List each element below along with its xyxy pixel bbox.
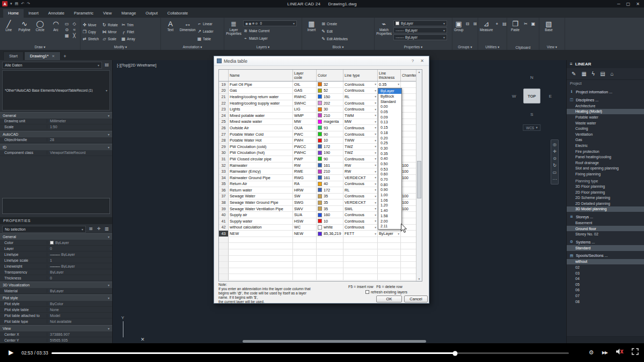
tree-item-cooling[interactable]: Cooling (567, 125, 644, 131)
tree-item-06[interactable]: 06 (567, 287, 644, 293)
line-button[interactable]: ╱Line (2, 19, 16, 43)
edit-attributes-button[interactable]: ✎Edit Attributes (321, 35, 348, 42)
tree-item-roof-drainage[interactable]: Roof drainage (567, 160, 644, 166)
bolt-icon[interactable]: ϟ (592, 71, 595, 77)
property-row-scale[interactable]: Scale1:50 (0, 124, 112, 130)
ribbon-tab-view[interactable]: View (98, 9, 116, 18)
play-button[interactable]: ▶ (9, 349, 13, 356)
arc-button[interactable]: ◠Arc (49, 19, 63, 43)
toggle-pickadd-icon[interactable]: ⊞ (87, 226, 94, 231)
tree-item-potable-water[interactable]: Potable water (567, 114, 644, 120)
property-row-objecthandle[interactable]: ObjectHandle28 (0, 137, 112, 143)
section-disciplines[interactable]: ◫Disciplines ... (567, 97, 644, 103)
tree-item-ventilation[interactable]: Ventilation (567, 131, 644, 137)
ribbon-tab-parametric[interactable]: Parametric (69, 9, 98, 18)
tree-item-ground-floor[interactable]: Ground floor (567, 226, 644, 232)
thickness-option-1-40[interactable]: 1.40 (378, 208, 401, 213)
zoom-icon[interactable]: ⊙ (553, 156, 557, 161)
tree-item-03[interactable]: 03 (567, 270, 644, 276)
mirror-button[interactable]: ⋈Mirror (102, 28, 118, 35)
thickness-option-0-05[interactable]: 0.05 (378, 109, 401, 115)
base-button[interactable]: ▧Base (541, 19, 557, 43)
layer-properties-button[interactable]: ≣LayerProperties (226, 19, 241, 43)
property-row-center-y[interactable]: Center Y59565.935 (0, 337, 112, 343)
tool-icon-3[interactable]: ≈ (72, 27, 77, 32)
edit-icon[interactable]: ✎ (572, 71, 576, 77)
select-objects-icon[interactable]: ✛ (96, 226, 102, 231)
table-row-43[interactable]: 43NEWNEW85,36,219FETT▾ByLayer▾ (219, 231, 422, 237)
tree-item-2d-detailed-planning[interactable]: 2D Detailed planning (567, 201, 644, 206)
thickness-option-0-09[interactable]: 0.09 (378, 114, 401, 120)
insert-button[interactable]: ▦Insert (304, 19, 319, 43)
polyline-button[interactable]: ∿Polyline (17, 19, 31, 43)
document-tab-drawing1[interactable]: Drawing1*✕ (24, 51, 61, 60)
cancel-button[interactable]: Cancel (404, 295, 428, 302)
ribbon-tab-insert[interactable]: Insert (24, 9, 43, 18)
linear-button[interactable]: ⌐Linear (197, 20, 214, 27)
panel-caption-view[interactable]: View ▾ (539, 45, 565, 49)
section-storeys[interactable]: ≣Storeys ... (567, 213, 644, 220)
tree-item-2d-floor-planning[interactable]: 2D Floor planning (567, 189, 644, 195)
panel-caption-clipboard[interactable]: Clipboard (507, 46, 539, 49)
thickness-option-1-00[interactable]: 1.00 (378, 193, 401, 198)
table-scrollbar[interactable]: ▲ ▼ (416, 70, 422, 281)
wcs-menu[interactable]: WCS ▾ (523, 124, 540, 131)
tree-item-05[interactable]: 05 (567, 282, 644, 287)
tree-item-04[interactable]: 04 (567, 276, 644, 282)
tool-icon-0[interactable]: ⊟ (465, 21, 470, 26)
property-row-plot-table-attached-to[interactable]: Plot table attached toModel (0, 313, 112, 319)
viewcube-west[interactable]: W (512, 94, 516, 99)
ribbon-tab-output[interactable]: Output (141, 9, 163, 18)
layer-select[interactable]: ◉◉❄⊘0▾ (243, 20, 297, 26)
create-button[interactable]: ⊞Create (321, 20, 348, 27)
property-row-lineweight[interactable]: Lineweight———ByLayer (0, 263, 112, 269)
panel-caption-layers[interactable]: Layers ▾ (224, 45, 302, 49)
thickness-option-2-00[interactable]: 2.00 (378, 218, 401, 224)
playback-speed-icon[interactable]: ▶▶ (602, 350, 608, 355)
hamburger-menu-icon[interactable]: ≡ (570, 62, 573, 67)
tree-item-waste-water[interactable]: Waste water (567, 120, 644, 126)
viewcube-south[interactable]: S (530, 112, 533, 117)
close-button[interactable]: ✕ (636, 2, 640, 6)
section-systems[interactable]: ⚙Systems ... (567, 239, 644, 245)
redo-icon[interactable]: ↷ (27, 2, 30, 6)
thickness-option-0-60[interactable]: 0.60 (378, 172, 401, 177)
selection-select[interactable]: No selection ▾ (2, 226, 86, 233)
thickness-option-0-25[interactable]: 0.25 (378, 141, 401, 146)
tree-item-2d-scheme-planning[interactable]: 2D Scheme planning (567, 195, 644, 201)
section-spools-sections[interactable]: ▤Spools/Sections ... (567, 253, 644, 259)
table-row-19[interactable]: 19Fuel Oil PipeOIL32Continuous▾0.35▾ (219, 82, 422, 88)
property-row-center-x[interactable]: Center X373886.907 (0, 331, 112, 337)
tool-icon-1[interactable]: ▣ (531, 21, 536, 26)
stretch-button[interactable]: ⇄Stretch (82, 35, 99, 42)
tree-item-08[interactable]: 08 (567, 299, 644, 305)
fillet-button[interactable]: ╭Fillet (121, 28, 135, 35)
panel-caption-utilities[interactable]: Utilities ▾ (478, 45, 507, 49)
move-button[interactable]: ✜Move (82, 21, 99, 28)
grid-icon[interactable]: ▦ (581, 71, 586, 77)
panel-caption-block[interactable]: Block ▾ (302, 45, 374, 49)
property-row-color[interactable]: ColorByLayer (0, 240, 112, 246)
tree-item-basement[interactable]: Basement (567, 220, 644, 226)
dialog-help-button[interactable]: ? (409, 58, 416, 63)
navigation-wheel-icon[interactable]: ◎ (553, 142, 557, 147)
property-row-drawing-unit[interactable]: Drawing unitMillimeter (0, 119, 112, 124)
thickness-option-0-18[interactable]: 0.18 (378, 130, 401, 136)
tool-icon-2[interactable]: ⊙ (64, 27, 69, 32)
measure-button[interactable]: ⊿Measure (480, 19, 493, 43)
minimize-button[interactable]: ─ (617, 2, 620, 6)
panel-caption-groups[interactable]: Groups ▾ (452, 45, 478, 49)
tree-item-without[interactable]: without (567, 259, 644, 265)
progress-handle[interactable] (452, 351, 457, 356)
save-icon[interactable]: ▤ (15, 2, 19, 6)
undo-icon[interactable]: ↶ (21, 2, 24, 6)
dialog-titlebar[interactable]: Media table ? ✕ (214, 56, 429, 66)
showmotion-icon[interactable]: ▭ (553, 170, 557, 175)
new-tab-button[interactable]: + (61, 53, 69, 60)
circle-button[interactable]: ◯Circle (33, 19, 47, 43)
tool-icon-0[interactable]: ▭ (64, 21, 69, 26)
tool-icon-1[interactable]: ⊞ (473, 21, 478, 26)
table-button[interactable]: ▦Table (197, 35, 214, 42)
property-row-linetype[interactable]: Linetype———ByLayer (0, 252, 112, 257)
viewcube-top-face[interactable]: TOP (523, 88, 540, 104)
